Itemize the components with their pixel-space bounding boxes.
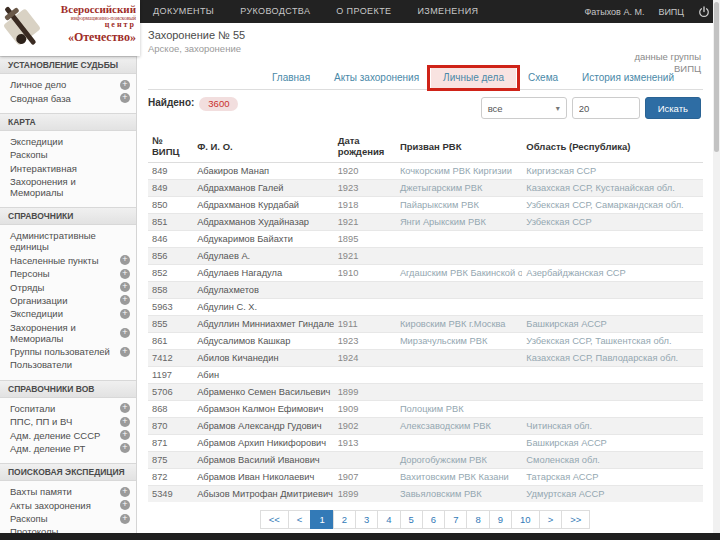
sidebar-item[interactable]: Отряды+ xyxy=(0,280,136,293)
page-button-4[interactable]: 4 xyxy=(377,510,400,529)
tab-главная[interactable]: Главная xyxy=(260,67,322,89)
sidebar-item[interactable]: Группы пользователей+ xyxy=(0,345,136,358)
sidebar-item-label: Экспедиции xyxy=(10,308,63,319)
sidebar-item[interactable]: ППС, ПП и ВЧ+ xyxy=(0,415,136,428)
sidebar-item[interactable]: Раскопы xyxy=(0,148,136,161)
topnav-item-руководства[interactable]: Руководства xyxy=(227,0,323,23)
cell-rvk xyxy=(396,248,522,265)
expand-plus-icon[interactable]: + xyxy=(120,269,130,279)
tab-история-изменений[interactable]: История изменений xyxy=(570,67,686,89)
table-row[interactable]: 849Абдрахманов Галей1923Джетыгарским РВК… xyxy=(148,180,703,197)
expand-plus-icon[interactable]: + xyxy=(120,443,130,453)
page-button->[interactable]: > xyxy=(539,510,563,529)
page-button-10[interactable]: 10 xyxy=(511,510,540,529)
table-row[interactable]: 868Абрамзон Калмон Ефимович1909Полоцким … xyxy=(148,401,703,418)
sidebar-item[interactable]: Адм. деление РТ+ xyxy=(0,442,136,455)
expand-plus-icon[interactable]: + xyxy=(120,430,130,440)
expand-plus-icon[interactable]: + xyxy=(120,417,130,427)
tab-схема[interactable]: Схема xyxy=(516,67,570,89)
sidebar-item[interactable]: Персоны+ xyxy=(0,267,136,280)
scrollbar[interactable] xyxy=(713,0,720,533)
sidebar-item[interactable]: Захоронения и Мемориалы xyxy=(0,175,136,199)
expand-plus-icon[interactable]: + xyxy=(120,347,130,357)
sidebar-item[interactable]: Экспедиции+ xyxy=(0,307,136,320)
expand-plus-icon[interactable]: + xyxy=(120,514,130,524)
table-row[interactable]: 852Абдулаев Нагадула1910Агдашским РВК Ба… xyxy=(148,265,703,282)
sidebar-item[interactable]: Сводная база+ xyxy=(0,91,136,104)
sidebar-item[interactable]: Пользователи xyxy=(0,358,136,371)
expand-plus-icon[interactable]: + xyxy=(120,328,130,338)
page-button-8[interactable]: 8 xyxy=(466,510,489,529)
topnav-item-о проекте[interactable]: О проекте xyxy=(323,0,404,23)
page-button-3[interactable]: 3 xyxy=(355,510,378,529)
table-row[interactable]: 858Абдулахметов xyxy=(148,282,703,299)
table-row[interactable]: 846Абдукаримов Байахти1895 xyxy=(148,231,703,248)
page-button-<<[interactable]: << xyxy=(260,510,289,529)
expand-plus-icon[interactable]: + xyxy=(120,80,130,90)
expand-plus-icon[interactable]: + xyxy=(120,255,130,265)
sidebar-item[interactable]: Административные единицы xyxy=(0,229,136,253)
expand-plus-icon[interactable]: + xyxy=(120,487,130,497)
tab-личные-дела[interactable]: Личные дела xyxy=(431,67,516,89)
cell-birth-date: 1923 xyxy=(334,180,396,197)
table-row[interactable]: 851Абдрахманов Худайназар1921Янги Арыкск… xyxy=(148,214,703,231)
table-row[interactable]: 5963Абдулин С. Х. xyxy=(148,299,703,316)
table-row[interactable]: 875Абрамов Василий ИвановичДорогобужским… xyxy=(148,452,703,469)
page-button-5[interactable]: 5 xyxy=(400,510,423,529)
sidebar-item-label: Раскопы xyxy=(10,149,48,160)
user-menu[interactable]: Фатыхов А. М. xyxy=(584,7,644,17)
topnav-item-изменения[interactable]: Изменения xyxy=(404,0,491,23)
page-button-9[interactable]: 9 xyxy=(489,510,512,529)
table-row[interactable]: 871Абрамов Архип Никифорович1913Башкирск… xyxy=(148,435,703,452)
logout-power-icon[interactable] xyxy=(698,6,710,18)
page-button-7[interactable]: 7 xyxy=(444,510,467,529)
sidebar-item[interactable]: Экспедиции xyxy=(0,135,136,148)
sidebar-item[interactable]: Раскопы+ xyxy=(0,512,136,525)
expand-plus-icon[interactable]: + xyxy=(120,403,130,413)
cell-birth-date: 1909 xyxy=(334,401,396,418)
table-row[interactable]: 872Абрамов Иван Николаевич1907Вахитовски… xyxy=(148,469,703,486)
sidebar-item-label: ППС, ПП и ВЧ xyxy=(10,416,72,427)
table-row[interactable]: 1197Абин xyxy=(148,367,703,384)
page-button-1[interactable]: 1 xyxy=(310,510,333,529)
expand-plus-icon[interactable]: + xyxy=(120,500,130,510)
expand-plus-icon[interactable]: + xyxy=(120,309,130,319)
table-row[interactable]: 855Абдуллин Минниахмет Гиндалеевич1911Ки… xyxy=(148,316,703,333)
sidebar-item[interactable]: Протоколы xyxy=(0,525,136,533)
cell-rvk: Алексзаводским РВК xyxy=(396,418,522,435)
sidebar-item-label: Раскопы xyxy=(10,513,48,524)
table-row[interactable]: 870Абрамов Александр Гудович1902Алексзав… xyxy=(148,418,703,435)
table-row[interactable]: 5706Абраменко Семен Васильевич1899 xyxy=(148,384,703,401)
sidebar-item[interactable]: Интерактивная xyxy=(0,162,136,175)
sidebar-item[interactable]: Акты захоронения+ xyxy=(0,499,136,512)
sidebar-item[interactable]: Захоронения и Мемориалы+ xyxy=(0,321,136,345)
topnav-item-документы[interactable]: Документы xyxy=(140,0,227,23)
filter-select[interactable]: все ▾ xyxy=(481,97,567,119)
table-row[interactable]: 5349Абызов Митрофан Дмитриевич1899Завьял… xyxy=(148,486,703,503)
search-button[interactable]: Искать xyxy=(645,97,701,119)
sidebar-item-label: Личное дело xyxy=(10,79,66,90)
sidebar-item[interactable]: Организации+ xyxy=(0,294,136,307)
sidebar-item[interactable]: Вахты памяти+ xyxy=(0,485,136,498)
sidebar-item[interactable]: Госпитали+ xyxy=(0,402,136,415)
page-button->>[interactable]: >> xyxy=(561,510,590,529)
scrollbar-thumb[interactable] xyxy=(714,2,719,152)
table-row[interactable]: 856Абдулаев А.1921 xyxy=(148,248,703,265)
table-row[interactable]: 7412Абилов Кичанедин1924Казахская ССР, П… xyxy=(148,350,703,367)
expand-plus-icon[interactable]: + xyxy=(120,282,130,292)
table-row[interactable]: 849Абакиров Манап1920Кочкорским РВК Кирг… xyxy=(148,163,703,180)
expand-plus-icon[interactable]: + xyxy=(120,295,130,305)
page-button-6[interactable]: 6 xyxy=(422,510,445,529)
page-button-2[interactable]: 2 xyxy=(333,510,356,529)
page-size-input[interactable] xyxy=(572,97,640,119)
app-logo[interactable]: Всероссийский информационно-поисковый це… xyxy=(0,0,140,56)
sidebar-item[interactable]: Личное дело+ xyxy=(0,78,136,91)
table-row[interactable]: 861Абдусалимов Кашкар1923Мирзачульским Р… xyxy=(148,333,703,350)
sidebar-item[interactable]: Населенные пункты+ xyxy=(0,254,136,267)
expand-plus-icon[interactable]: + xyxy=(120,93,130,103)
sidebar-item[interactable]: Адм. деление СССР+ xyxy=(0,428,136,441)
page-button-<[interactable]: < xyxy=(288,510,312,529)
table-row[interactable]: 850Абдрахманов Курдабай1918Пайарыкским Р… xyxy=(148,197,703,214)
tab-акты-захоронения[interactable]: Акты захоронения xyxy=(322,67,431,89)
group-menu[interactable]: ВИПЦ xyxy=(658,7,684,17)
